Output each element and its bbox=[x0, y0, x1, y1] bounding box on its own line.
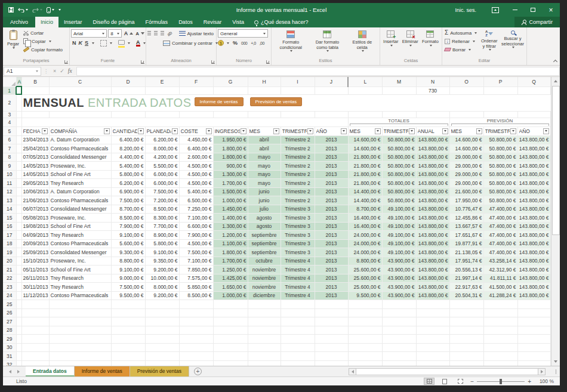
cell[interactable]: 24.000,00 € bbox=[348, 239, 382, 248]
cell-a3[interactable] bbox=[16, 111, 21, 118]
cell[interactable] bbox=[382, 343, 416, 352]
align-top-button[interactable] bbox=[147, 31, 151, 36]
cell[interactable]: 6.000,00 € bbox=[145, 179, 179, 188]
cell[interactable]: 13.667,57 € bbox=[449, 222, 483, 231]
cell[interactable]: diciembre bbox=[248, 291, 281, 300]
row-header-11[interactable]: 11 bbox=[3, 179, 16, 188]
cell[interactable] bbox=[111, 308, 145, 317]
cell[interactable]: 143.800,00 € bbox=[416, 291, 449, 300]
cell[interactable]: 47.400,00 € bbox=[483, 222, 517, 231]
cell[interactable] bbox=[49, 317, 111, 326]
cell[interactable]: Trey Research bbox=[49, 283, 111, 292]
table-header-trimestre-10[interactable]: TRIMESTRE bbox=[382, 126, 416, 135]
cell[interactable]: 143.800,00 € bbox=[517, 214, 550, 223]
cell-a29[interactable] bbox=[16, 335, 21, 344]
cell[interactable] bbox=[382, 335, 416, 344]
cell[interactable]: 5.400,00 € bbox=[179, 187, 213, 196]
cell-a10[interactable] bbox=[16, 170, 21, 179]
cell[interactable]: 50.800,00 € bbox=[483, 135, 517, 144]
cell[interactable]: 143.800,00 € bbox=[416, 187, 449, 196]
cell[interactable] bbox=[315, 300, 348, 309]
cell-a30[interactable] bbox=[16, 343, 21, 352]
cell-a23[interactable] bbox=[16, 283, 21, 292]
cell[interactable]: 143.800,00 € bbox=[416, 170, 449, 179]
cell[interactable]: 143.800,00 € bbox=[416, 196, 449, 205]
cell[interactable] bbox=[179, 335, 213, 344]
cell[interactable]: 5.400,00 € bbox=[111, 162, 145, 171]
cell[interactable]: 14.400,00 € bbox=[348, 196, 382, 205]
cell[interactable]: 9.500,00 € bbox=[111, 291, 145, 300]
row-header-19[interactable]: 19 bbox=[3, 248, 16, 257]
cell-a13[interactable] bbox=[16, 196, 21, 205]
table-header-cantidad-2[interactable]: CANTIDAD bbox=[111, 126, 145, 135]
cell[interactable]: junio bbox=[248, 187, 281, 196]
cell[interactable]: 16.400,00 € bbox=[348, 214, 382, 223]
cell[interactable]: Contoso Pharmaceuticals bbox=[49, 196, 111, 205]
cell[interactable]: 143.800,00 € bbox=[517, 239, 550, 248]
sales-report-button[interactable]: Informe de ventas bbox=[195, 97, 244, 106]
cell[interactable] bbox=[382, 326, 416, 335]
insert-cells-button[interactable]: Insertar bbox=[382, 29, 399, 58]
cell[interactable]: 143.800,00 € bbox=[517, 231, 550, 240]
row-header-28[interactable]: 28 bbox=[3, 326, 16, 335]
column-header-P[interactable]: P bbox=[483, 77, 517, 87]
cell[interactable]: A. Datum Corporation bbox=[49, 135, 111, 144]
cell[interactable] bbox=[382, 300, 416, 309]
cell[interactable] bbox=[382, 317, 416, 326]
align-middle-button[interactable] bbox=[154, 31, 158, 36]
cell[interactable] bbox=[315, 352, 348, 361]
percent-button[interactable]: % bbox=[233, 39, 238, 47]
row-header-8[interactable]: 8 bbox=[3, 153, 16, 162]
cell[interactable]: 42.312,90 € bbox=[483, 266, 517, 274]
cell[interactable]: Trey Research bbox=[49, 274, 111, 283]
cell[interactable]: 2013 bbox=[315, 170, 348, 179]
row-header-20[interactable]: 20 bbox=[3, 257, 16, 266]
cell[interactable] bbox=[348, 343, 382, 352]
cell[interactable]: 7.250,00 € bbox=[179, 205, 213, 214]
save-button[interactable] bbox=[8, 7, 14, 13]
cell[interactable]: 6.900,00 € bbox=[111, 187, 145, 196]
cell-a19[interactable] bbox=[16, 248, 21, 257]
cell[interactable]: octubre bbox=[248, 257, 281, 266]
cell[interactable] bbox=[449, 300, 483, 309]
cell[interactable] bbox=[145, 87, 179, 94]
cell[interactable]: 143.800,00 € bbox=[517, 291, 550, 300]
table-header-mes-9[interactable]: MES bbox=[348, 126, 382, 135]
cell[interactable]: 20.556,13 € bbox=[449, 266, 483, 274]
scroll-up-icon[interactable] bbox=[551, 77, 560, 85]
filter-button[interactable] bbox=[341, 128, 347, 134]
cell-a17[interactable] bbox=[16, 231, 21, 240]
cell[interactable]: noviembre bbox=[248, 283, 281, 292]
cell[interactable] bbox=[416, 335, 449, 344]
cell-a14[interactable] bbox=[16, 205, 21, 214]
cell[interactable]: 6.600,00 € bbox=[179, 222, 213, 231]
fill-button[interactable]: ↓Rellenar bbox=[443, 37, 478, 45]
cell[interactable]: 29.000,00 € bbox=[449, 170, 483, 179]
cell[interactable]: Trimestre 2 bbox=[281, 196, 315, 205]
cell[interactable]: 50.800,00 € bbox=[382, 187, 416, 196]
cell[interactable]: 143.800,00 € bbox=[517, 187, 550, 196]
cell[interactable]: Trimestre 2 bbox=[281, 153, 315, 162]
table-header-a-o-8[interactable]: AÑO bbox=[315, 126, 348, 135]
number-format-select[interactable]: General bbox=[218, 29, 268, 38]
cell[interactable]: 2013 bbox=[315, 274, 348, 283]
cell[interactable]: 5.800,00 € bbox=[111, 170, 145, 179]
cut-button[interactable]: Cortar bbox=[22, 29, 64, 37]
cell[interactable] bbox=[483, 352, 517, 361]
cell[interactable]: Trimestre 2 bbox=[281, 144, 315, 153]
cell[interactable] bbox=[21, 87, 49, 94]
row-header-10[interactable]: 10 bbox=[3, 170, 16, 179]
cell[interactable]: 2013 bbox=[315, 257, 348, 266]
cell[interactable]: 143.800,00 € bbox=[517, 248, 550, 257]
cell[interactable]: 2013 bbox=[315, 266, 348, 274]
cell[interactable] bbox=[382, 352, 416, 361]
cell[interactable] bbox=[315, 111, 348, 118]
insert-function-icon[interactable]: fx bbox=[68, 68, 72, 74]
cell[interactable]: Proseware, Inc. bbox=[49, 214, 111, 223]
cell[interactable]: 2013 bbox=[315, 222, 348, 231]
filter-button[interactable] bbox=[543, 128, 549, 134]
cell[interactable]: 21.997,14 € bbox=[449, 274, 483, 283]
cell[interactable]: 143.800,00 € bbox=[416, 266, 449, 274]
cell[interactable]: 20.504,31 € bbox=[449, 291, 483, 300]
cell[interactable]: 49.100,00 € bbox=[382, 231, 416, 240]
